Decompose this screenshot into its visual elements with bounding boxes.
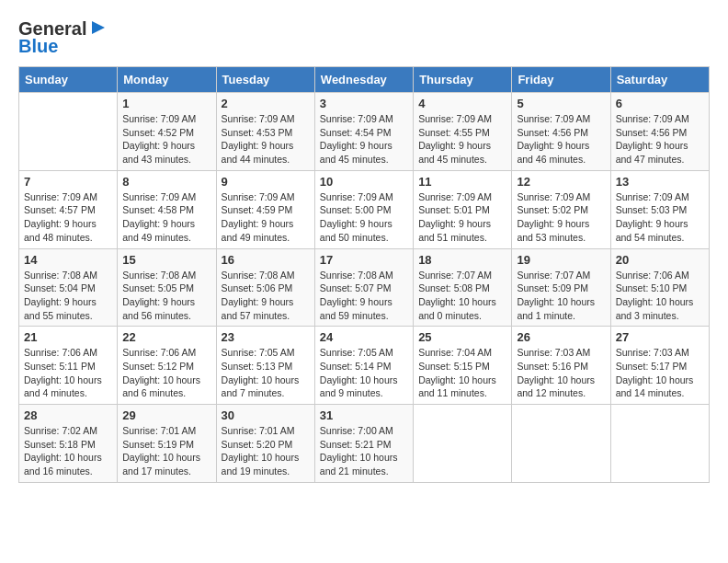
day-cell: 8Sunrise: 7:09 AM Sunset: 4:58 PM Daylig… xyxy=(118,170,216,248)
week-row-3: 14Sunrise: 7:08 AM Sunset: 5:04 PM Dayli… xyxy=(19,248,710,327)
day-cell: 6Sunrise: 7:09 AM Sunset: 4:56 PM Daylig… xyxy=(610,93,709,171)
week-row-5: 28Sunrise: 7:02 AM Sunset: 5:18 PM Dayli… xyxy=(19,405,710,483)
day-cell: 5Sunrise: 7:09 AM Sunset: 4:56 PM Daylig… xyxy=(512,93,610,171)
day-cell: 7Sunrise: 7:09 AM Sunset: 4:57 PM Daylig… xyxy=(19,170,118,248)
day-number: 27 xyxy=(616,330,704,344)
day-number: 26 xyxy=(517,330,605,344)
day-info: Sunrise: 7:08 AM Sunset: 5:07 PM Dayligh… xyxy=(320,269,408,323)
day-number: 10 xyxy=(320,175,408,189)
logo: General Blue xyxy=(18,18,108,57)
day-info: Sunrise: 7:03 AM Sunset: 5:16 PM Dayligh… xyxy=(517,346,605,400)
day-number: 2 xyxy=(222,97,310,110)
day-info: Sunrise: 7:08 AM Sunset: 5:05 PM Dayligh… xyxy=(122,269,210,323)
day-info: Sunrise: 7:09 AM Sunset: 4:54 PM Dayligh… xyxy=(320,112,408,167)
day-info: Sunrise: 7:05 AM Sunset: 5:13 PM Dayligh… xyxy=(222,346,310,400)
day-number: 13 xyxy=(616,175,704,189)
day-cell: 26Sunrise: 7:03 AM Sunset: 5:16 PM Dayli… xyxy=(512,327,610,405)
day-info: Sunrise: 7:02 AM Sunset: 5:18 PM Dayligh… xyxy=(24,424,112,478)
day-cell xyxy=(414,405,512,483)
day-cell: 13Sunrise: 7:09 AM Sunset: 5:03 PM Dayli… xyxy=(610,170,709,248)
column-header-wednesday: Wednesday xyxy=(314,67,413,93)
day-info: Sunrise: 7:09 AM Sunset: 5:03 PM Dayligh… xyxy=(616,190,704,245)
day-info: Sunrise: 7:01 AM Sunset: 5:19 PM Dayligh… xyxy=(122,424,210,478)
day-number: 9 xyxy=(222,175,310,189)
day-cell: 10Sunrise: 7:09 AM Sunset: 5:00 PM Dayli… xyxy=(314,170,413,248)
day-cell: 12Sunrise: 7:09 AM Sunset: 5:02 PM Dayli… xyxy=(512,170,610,248)
day-cell: 18Sunrise: 7:07 AM Sunset: 5:08 PM Dayli… xyxy=(414,248,512,327)
day-info: Sunrise: 7:03 AM Sunset: 5:17 PM Dayligh… xyxy=(616,346,704,400)
day-cell xyxy=(512,405,610,483)
day-info: Sunrise: 7:06 AM Sunset: 5:11 PM Dayligh… xyxy=(24,346,112,400)
day-info: Sunrise: 7:05 AM Sunset: 5:14 PM Dayligh… xyxy=(320,346,408,400)
svg-marker-0 xyxy=(92,21,105,34)
day-cell: 30Sunrise: 7:01 AM Sunset: 5:20 PM Dayli… xyxy=(216,405,314,483)
calendar-table: SundayMondayTuesdayWednesdayThursdayFrid… xyxy=(18,66,710,483)
day-cell xyxy=(19,93,118,171)
column-header-thursday: Thursday xyxy=(414,67,512,93)
day-info: Sunrise: 7:09 AM Sunset: 5:00 PM Dayligh… xyxy=(320,190,408,245)
day-info: Sunrise: 7:09 AM Sunset: 4:53 PM Dayligh… xyxy=(222,112,310,167)
day-info: Sunrise: 7:00 AM Sunset: 5:21 PM Dayligh… xyxy=(320,424,408,478)
column-header-tuesday: Tuesday xyxy=(216,67,314,93)
day-cell: 16Sunrise: 7:08 AM Sunset: 5:06 PM Dayli… xyxy=(216,248,314,327)
calendar-body: 1Sunrise: 7:09 AM Sunset: 4:52 PM Daylig… xyxy=(19,93,710,483)
day-number: 1 xyxy=(122,97,210,110)
calendar-header: SundayMondayTuesdayWednesdayThursdayFrid… xyxy=(19,67,710,93)
day-number: 22 xyxy=(122,330,210,344)
day-cell: 29Sunrise: 7:01 AM Sunset: 5:19 PM Dayli… xyxy=(118,405,216,483)
day-number: 29 xyxy=(122,408,210,422)
day-cell: 24Sunrise: 7:05 AM Sunset: 5:14 PM Dayli… xyxy=(314,327,413,405)
day-info: Sunrise: 7:04 AM Sunset: 5:15 PM Dayligh… xyxy=(418,346,506,400)
day-cell: 31Sunrise: 7:00 AM Sunset: 5:21 PM Dayli… xyxy=(314,405,413,483)
day-cell: 3Sunrise: 7:09 AM Sunset: 4:54 PM Daylig… xyxy=(314,93,413,171)
week-row-4: 21Sunrise: 7:06 AM Sunset: 5:11 PM Dayli… xyxy=(19,327,710,405)
day-cell: 17Sunrise: 7:08 AM Sunset: 5:07 PM Dayli… xyxy=(314,248,413,327)
day-cell xyxy=(610,405,709,483)
page-header: General Blue xyxy=(18,18,710,57)
day-number: 11 xyxy=(418,175,506,189)
day-number: 28 xyxy=(24,408,112,422)
day-number: 18 xyxy=(418,253,506,267)
day-number: 20 xyxy=(616,253,704,267)
day-number: 8 xyxy=(122,175,210,189)
week-row-1: 1Sunrise: 7:09 AM Sunset: 4:52 PM Daylig… xyxy=(19,93,710,171)
day-cell: 14Sunrise: 7:08 AM Sunset: 5:04 PM Dayli… xyxy=(19,248,118,327)
day-number: 14 xyxy=(24,253,112,267)
day-number: 30 xyxy=(222,408,310,422)
day-cell: 19Sunrise: 7:07 AM Sunset: 5:09 PM Dayli… xyxy=(512,248,610,327)
day-info: Sunrise: 7:07 AM Sunset: 5:08 PM Dayligh… xyxy=(418,269,506,323)
day-number: 4 xyxy=(418,97,506,110)
day-number: 15 xyxy=(122,253,210,267)
day-cell: 9Sunrise: 7:09 AM Sunset: 4:59 PM Daylig… xyxy=(216,170,314,248)
day-cell: 25Sunrise: 7:04 AM Sunset: 5:15 PM Dayli… xyxy=(414,327,512,405)
day-info: Sunrise: 7:09 AM Sunset: 5:02 PM Dayligh… xyxy=(517,190,605,245)
day-cell: 23Sunrise: 7:05 AM Sunset: 5:13 PM Dayli… xyxy=(216,327,314,405)
day-cell: 27Sunrise: 7:03 AM Sunset: 5:17 PM Dayli… xyxy=(610,327,709,405)
day-info: Sunrise: 7:08 AM Sunset: 5:04 PM Dayligh… xyxy=(24,269,112,323)
week-row-2: 7Sunrise: 7:09 AM Sunset: 4:57 PM Daylig… xyxy=(19,170,710,248)
day-info: Sunrise: 7:07 AM Sunset: 5:09 PM Dayligh… xyxy=(517,269,605,323)
day-info: Sunrise: 7:09 AM Sunset: 4:59 PM Dayligh… xyxy=(222,190,310,245)
day-number: 16 xyxy=(222,253,310,267)
day-info: Sunrise: 7:09 AM Sunset: 5:01 PM Dayligh… xyxy=(418,190,506,245)
day-cell: 28Sunrise: 7:02 AM Sunset: 5:18 PM Dayli… xyxy=(19,405,118,483)
day-info: Sunrise: 7:06 AM Sunset: 5:12 PM Dayligh… xyxy=(122,346,210,400)
column-header-friday: Friday xyxy=(512,67,610,93)
day-number: 7 xyxy=(24,175,112,189)
day-cell: 4Sunrise: 7:09 AM Sunset: 4:55 PM Daylig… xyxy=(414,93,512,171)
column-header-monday: Monday xyxy=(118,67,216,93)
column-header-saturday: Saturday xyxy=(610,67,709,93)
day-number: 19 xyxy=(517,253,605,267)
day-info: Sunrise: 7:09 AM Sunset: 4:56 PM Dayligh… xyxy=(616,112,704,167)
day-cell: 15Sunrise: 7:08 AM Sunset: 5:05 PM Dayli… xyxy=(118,248,216,327)
day-info: Sunrise: 7:09 AM Sunset: 4:55 PM Dayligh… xyxy=(418,112,506,167)
day-number: 17 xyxy=(320,253,408,267)
day-number: 3 xyxy=(320,97,408,110)
day-info: Sunrise: 7:09 AM Sunset: 4:57 PM Dayligh… xyxy=(24,190,112,245)
logo-arrow-icon xyxy=(88,17,108,38)
day-cell: 2Sunrise: 7:09 AM Sunset: 4:53 PM Daylig… xyxy=(216,93,314,171)
day-cell: 21Sunrise: 7:06 AM Sunset: 5:11 PM Dayli… xyxy=(19,327,118,405)
day-number: 5 xyxy=(517,97,605,110)
day-info: Sunrise: 7:08 AM Sunset: 5:06 PM Dayligh… xyxy=(222,269,310,323)
day-number: 24 xyxy=(320,330,408,344)
